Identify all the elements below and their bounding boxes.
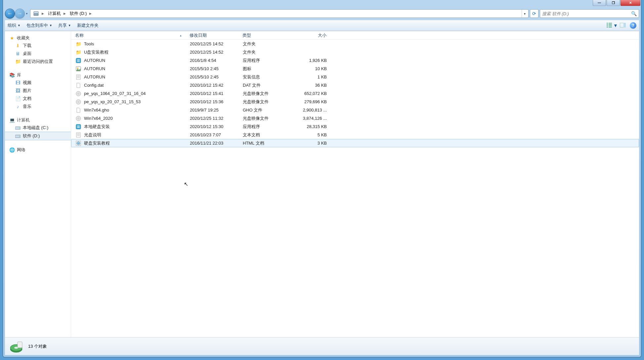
sidebar-libraries-label: 库	[17, 72, 21, 78]
breadcrumb-drive[interactable]: 软件 (D:) ▶	[68, 10, 94, 18]
share-menu[interactable]: 共享 ▼	[58, 22, 71, 28]
column-header-date[interactable]: 修改日期	[187, 32, 240, 38]
disc-image-icon	[75, 99, 81, 105]
svg-rect-10	[609, 27, 612, 27]
sidebar-item-desktop[interactable]: 🖥 桌面	[5, 50, 71, 58]
column-label: 大小	[318, 33, 326, 38]
svg-rect-18	[77, 60, 80, 60]
forward-button[interactable]: →	[15, 9, 25, 19]
column-header-name[interactable]: 名称 ▴	[71, 32, 187, 38]
file-name: AUTORUN	[84, 58, 105, 63]
help-button[interactable]: ?	[630, 22, 636, 29]
svg-rect-9	[607, 27, 608, 27]
sidebar-item-drive-d[interactable]: 软件 (D:)	[5, 132, 71, 140]
file-row[interactable]: 📁U盘安装教程2020/12/25 14:52文件夹	[71, 48, 639, 56]
breadcrumb-computer[interactable]: 计算机 ▶	[46, 10, 68, 18]
sidebar-computer-header[interactable]: 💻 计算机	[5, 116, 71, 124]
file-row[interactable]: 本地硬盘安装2020/10/12 15:30应用程序28,315 KB	[71, 122, 639, 131]
svg-rect-22	[76, 75, 80, 79]
file-row[interactable]: Win7x64_20202020/12/25 11:32光盘映像文件3,874,…	[71, 114, 639, 122]
sidebar-network-label: 网络	[17, 147, 25, 153]
file-row[interactable]: pe_yqs_1064_20_07_31_16_042020/10/12 15:…	[71, 89, 639, 98]
breadcrumb-label: 软件 (D:)	[70, 11, 87, 17]
file-type: GHO 文件	[243, 108, 262, 112]
image-icon	[75, 66, 81, 72]
breadcrumb[interactable]: ▶ 计算机 ▶ 软件 (D:) ▶ ▾	[30, 9, 529, 18]
search-input[interactable]	[542, 11, 631, 16]
organize-menu[interactable]: 组织 ▼	[8, 22, 21, 28]
svg-rect-17	[76, 58, 81, 63]
chevron-right-icon: ▶	[64, 12, 66, 15]
file-name: 硬盘安装教程	[84, 140, 110, 146]
sidebar-network-header[interactable]: 🌐 网络	[5, 146, 71, 154]
explorer-window: — ❐ ✕ ← → ▼ ▶ 计算机 ▶ 软件 (D:) ▶	[3, 0, 641, 357]
html-file-icon	[75, 140, 81, 146]
svg-rect-19	[77, 61, 80, 62]
preview-pane-button[interactable]	[619, 22, 626, 29]
file-row[interactable]: Config.dat2020/10/12 15:42DAT 文件36 KB	[71, 81, 639, 89]
disc-image-icon	[75, 115, 81, 121]
breadcrumb-label: 计算机	[48, 11, 61, 17]
nav-history-dropdown[interactable]: ▼	[25, 12, 29, 15]
file-row[interactable]: 硬盘安装教程2016/11/21 22:03HTML 文档3 KB	[71, 139, 639, 147]
svg-rect-35	[76, 133, 80, 137]
file-date: 2020/12/25 11:32	[190, 116, 223, 121]
navbar: ← → ▼ ▶ 计算机 ▶ 软件 (D:) ▶ ▾ ⟳	[5, 7, 639, 20]
breadcrumb-root[interactable]: ▶	[31, 10, 46, 18]
sidebar-item-recent[interactable]: 📁 最近访问的位置	[5, 58, 71, 66]
sidebar-item-drive-c[interactable]: 本地磁盘 (C:)	[5, 124, 71, 132]
sidebar-item-videos[interactable]: 🎞 视频	[5, 79, 71, 87]
file-row[interactable]: AUTORUN2015/5/10 2:45安装信息1 KB	[71, 73, 639, 81]
maximize-icon: ❐	[612, 1, 615, 5]
file-type: 文件夹	[243, 50, 256, 55]
refresh-button[interactable]: ⟳	[530, 9, 538, 18]
sidebar-libraries-header[interactable]: 📚 库	[5, 71, 71, 79]
close-icon: ✕	[629, 1, 632, 5]
minimize-button[interactable]: —	[593, 0, 606, 6]
toolbar: 组织 ▼ 包含到库中 ▼ 共享 ▼ 新建文件夹 ▼	[5, 20, 639, 31]
sidebar-item-music[interactable]: ♪ 音乐	[5, 103, 71, 111]
file-size: 279,696 KB	[304, 99, 327, 104]
svg-point-29	[78, 101, 79, 103]
file-row[interactable]: 光盘说明2016/10/23 7:07文本文档5 KB	[71, 131, 639, 139]
body: ★ 收藏夹 ⬇ 下载 🖥 桌面 📁 最近访问的位置 📚	[5, 31, 639, 337]
chevron-down-icon: ▼	[613, 23, 618, 28]
svg-point-14	[19, 128, 20, 128]
sidebar-item-pictures[interactable]: 🖼 图片	[5, 87, 71, 95]
column-header-type[interactable]: 类型	[240, 32, 293, 38]
sidebar-favorites-header[interactable]: ★ 收藏夹	[5, 34, 71, 42]
file-name: AUTORUN	[84, 66, 105, 71]
text-file-icon	[75, 132, 81, 138]
file-date: 2016/1/8 4:54	[190, 58, 216, 63]
new-folder-button[interactable]: 新建文件夹	[77, 22, 99, 28]
maximize-button[interactable]: ❐	[607, 0, 620, 6]
svg-rect-12	[623, 23, 626, 27]
svg-rect-44	[18, 342, 22, 348]
chevron-down-icon: ▼	[49, 24, 52, 27]
svg-point-31	[78, 118, 79, 119]
column-header-size[interactable]: 大小	[293, 32, 329, 38]
minimize-icon: —	[598, 1, 601, 5]
file-size: 10 KB	[315, 66, 327, 71]
new-folder-label: 新建文件夹	[77, 22, 99, 28]
picture-icon: 🖼	[15, 88, 21, 93]
file-row[interactable]: pe_yqs_xp_20_07_31_15_532020/10/12 15:36…	[71, 98, 639, 106]
file-row[interactable]: AUTORUN2015/5/10 2:45图标10 KB	[71, 65, 639, 73]
back-button[interactable]: ←	[5, 9, 15, 19]
search-box[interactable]: 🔍	[540, 9, 639, 18]
music-icon: ♪	[15, 104, 21, 109]
close-button[interactable]: ✕	[621, 0, 640, 6]
svg-rect-7	[607, 25, 608, 26]
sidebar-item-downloads[interactable]: ⬇ 下载	[5, 42, 71, 50]
drive-large-icon	[9, 339, 23, 354]
include-in-library-menu[interactable]: 包含到库中 ▼	[26, 22, 52, 28]
sidebar-item-documents[interactable]: 📄 文档	[5, 95, 71, 103]
file-row[interactable]: Win7x64.gho2019/9/7 19:25GHO 文件2,900,813…	[71, 106, 639, 114]
file-row[interactable]: AUTORUN2016/1/8 4:54应用程序1,926 KB	[71, 56, 639, 65]
view-mode-button[interactable]: ▼	[609, 22, 616, 29]
list-view-icon	[607, 23, 612, 28]
file-row[interactable]: 📁Tools2020/12/25 14:52文件夹	[71, 40, 639, 48]
toolbar-right: ▼ ?	[609, 22, 636, 29]
svg-rect-8	[609, 25, 612, 26]
breadcrumb-dropdown[interactable]: ▾	[522, 10, 528, 18]
